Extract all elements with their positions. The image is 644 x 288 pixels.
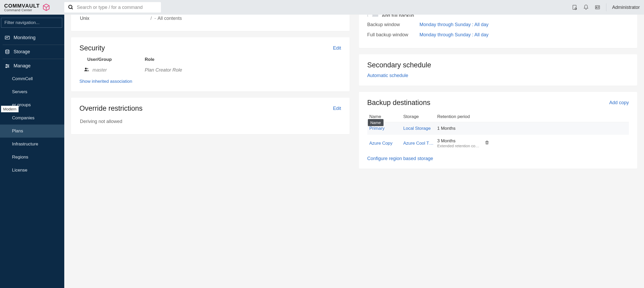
- sidebar-item-companies[interactable]: Companies: [0, 111, 64, 125]
- name-column-tooltip: Name: [368, 119, 384, 126]
- dest-retention-sub: Extended retention co…: [437, 144, 482, 148]
- security-role: Plan Creator Role: [145, 67, 182, 73]
- secondary-schedule-card: Secondary schedule Automatic schedule: [359, 54, 637, 86]
- bell-icon[interactable]: [583, 4, 589, 10]
- dest-header-name[interactable]: Name: [369, 114, 403, 119]
- secondary-schedule-title: Secondary schedule: [367, 61, 629, 69]
- security-title: Security: [79, 44, 105, 52]
- dest-header-storage[interactable]: Storage: [403, 114, 437, 119]
- sidebar-item-regions[interactable]: Regions: [0, 151, 64, 164]
- dest-name[interactable]: Primary: [369, 126, 403, 131]
- security-user: master: [92, 67, 145, 73]
- sidebar-item-label: Monitoring: [14, 35, 36, 40]
- dest-retention: 3 Months: [437, 138, 482, 144]
- security-card: Security Edit User/Group Role master Pla…: [71, 37, 350, 91]
- svg-point-12: [6, 64, 7, 65]
- dest-row: Azure Copy Azure Cool T… 3 Months Extend…: [367, 135, 629, 152]
- backup-window-value[interactable]: Monday through Sunday : All day: [420, 22, 489, 27]
- override-card: Override restrictions Edit Deriving not …: [71, 98, 350, 134]
- dest-row: Name Primary Local Storage 1 Months: [367, 122, 629, 135]
- override-title: Override restrictions: [79, 104, 143, 113]
- path-separator: /: [150, 16, 152, 21]
- svg-line-1: [72, 8, 73, 9]
- svg-point-10: [5, 50, 9, 51]
- sidebar-item-storage[interactable]: Storage: [0, 45, 64, 58]
- override-text: Deriving not allowed: [79, 117, 341, 127]
- user-menu[interactable]: Administrator: [612, 5, 640, 10]
- dest-storage[interactable]: Azure Cool T…: [403, 141, 437, 146]
- dest-table-header: Name Storage Retention period: [367, 111, 629, 122]
- sidebar-item-monitoring[interactable]: Monitoring: [0, 31, 64, 44]
- dest-header-retention[interactable]: Retention period: [437, 114, 482, 119]
- clipboard-clock-icon[interactable]: [572, 4, 577, 10]
- sliders-icon: [5, 63, 10, 69]
- dest-name[interactable]: Azure Copy: [369, 141, 403, 146]
- sidebar-item-plans[interactable]: Plans: [0, 125, 64, 138]
- backup-window-key: Backup window: [367, 22, 420, 27]
- override-edit-link[interactable]: Edit: [333, 106, 341, 111]
- monitor-icon: [5, 35, 10, 40]
- dash: -: [154, 16, 156, 21]
- filter-navigation-input[interactable]: Filter navigation...: [1, 18, 62, 28]
- sidebar-item-label: Storage: [14, 49, 30, 55]
- full-backup-window-key: Full backup window: [367, 32, 420, 38]
- svg-point-0: [69, 5, 72, 9]
- backup-destinations-card: Backup destinations Add copy Name Storag…: [359, 92, 637, 169]
- sidebar-item-label: Manage: [14, 63, 31, 69]
- unix-value: All contents: [158, 16, 182, 21]
- id-card-icon[interactable]: [595, 4, 600, 10]
- automatic-schedule-link[interactable]: Automatic schedule: [367, 73, 629, 78]
- rpo-card-tail: Add full backup Backup window Monday thr…: [359, 15, 637, 48]
- search-icon: [68, 4, 74, 10]
- logo-main: COMMVAULT: [4, 3, 40, 8]
- backup-content-card-tail: Unix / - All contents: [71, 15, 350, 31]
- logo-cube-icon: [42, 3, 50, 11]
- modern-badge: Modern: [1, 106, 19, 112]
- delete-copy-button[interactable]: [485, 140, 489, 146]
- configure-region-storage-link[interactable]: Configure region based storage: [367, 156, 629, 161]
- dest-retention: 1 Months: [437, 126, 482, 131]
- users-icon: [83, 67, 90, 72]
- sidebar-item-manage[interactable]: Manage: [0, 60, 64, 72]
- svg-point-14: [8, 66, 9, 66]
- sidebar: Filter navigation... Monitoring Storage …: [0, 15, 64, 288]
- search-box[interactable]: [64, 2, 161, 13]
- security-edit-link[interactable]: Edit: [333, 45, 341, 51]
- security-col-role: Role: [145, 57, 154, 62]
- trash-icon: [485, 140, 489, 145]
- svg-point-5: [596, 7, 597, 8]
- sidebar-item-commcell[interactable]: CommCell: [0, 72, 64, 85]
- svg-point-16: [6, 67, 7, 68]
- svg-point-18: [87, 68, 88, 69]
- sidebar-item-license[interactable]: License: [0, 164, 64, 177]
- add-full-backup-label: Add full backup: [382, 15, 414, 17]
- add-copy-link[interactable]: Add copy: [609, 100, 629, 105]
- unix-label: Unix: [80, 16, 150, 21]
- show-inherited-link[interactable]: Show inherited association: [79, 79, 341, 84]
- add-full-backup-toggle[interactable]: [367, 15, 378, 17]
- sidebar-item-infrastructure[interactable]: Infrastructure: [0, 138, 64, 151]
- topbar-divider: [606, 3, 606, 11]
- backup-destinations-title: Backup destinations: [367, 99, 431, 107]
- svg-point-17: [85, 68, 87, 69]
- sidebar-item-servers[interactable]: Servers: [0, 85, 64, 98]
- search-input[interactable]: [77, 5, 157, 10]
- security-col-user: User/Group: [87, 57, 145, 62]
- full-backup-window-value[interactable]: Monday through Sunday : All day: [420, 32, 489, 38]
- database-icon: [5, 49, 10, 55]
- dest-storage[interactable]: Local Storage: [403, 126, 437, 131]
- logo-sub: Command Center: [4, 8, 40, 12]
- logo: COMMVAULT Command Center: [4, 3, 64, 12]
